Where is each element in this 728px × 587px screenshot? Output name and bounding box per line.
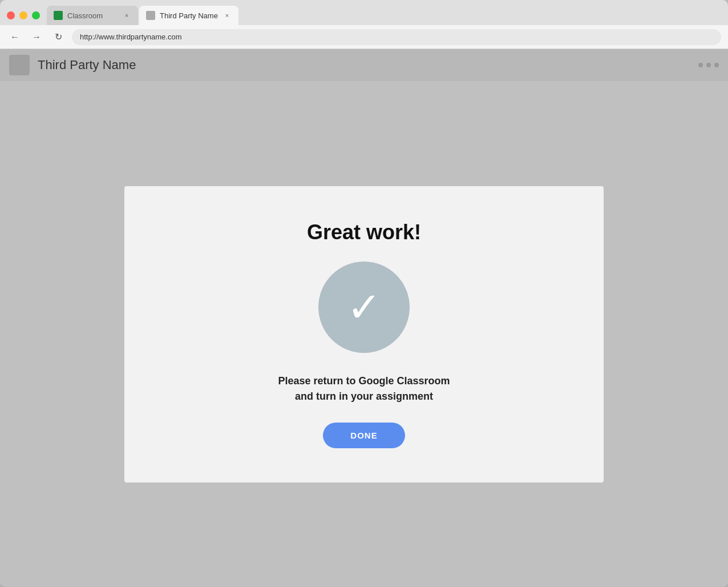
close-button[interactable] xyxy=(7,11,15,19)
browser-window: Classroom × Third Party Name × ← → ↻ Thi… xyxy=(0,0,728,587)
back-button[interactable]: ← xyxy=(7,29,23,45)
card-message-line1: Please return to Google Classroom xyxy=(278,375,450,387)
check-circle: ✓ xyxy=(318,262,410,353)
site-logo xyxy=(9,55,30,75)
classroom-favicon-icon xyxy=(54,11,63,20)
third-party-favicon-icon xyxy=(146,11,155,20)
address-bar-row: ← → ↻ xyxy=(0,25,728,49)
menu-dot-1 xyxy=(698,63,703,67)
site-title: Third Party Name xyxy=(38,58,690,73)
tab-third-party[interactable]: Third Party Name × xyxy=(139,6,238,25)
tab-classroom-close[interactable]: × xyxy=(122,11,131,20)
tab-classroom-label: Classroom xyxy=(67,11,118,20)
tab-third-party-close[interactable]: × xyxy=(223,11,232,20)
tab-classroom[interactable]: Classroom × xyxy=(47,6,138,25)
tabs-container: Classroom × Third Party Name × xyxy=(47,6,728,25)
menu-dot-2 xyxy=(706,63,711,67)
reload-button[interactable]: ↻ xyxy=(50,29,66,45)
page-content: Great work! ✓ Please return to Google Cl… xyxy=(0,81,728,587)
minimize-button[interactable] xyxy=(19,11,27,19)
checkmark-icon: ✓ xyxy=(347,287,381,328)
address-input[interactable] xyxy=(72,29,721,45)
card-message: Please return to Google Classroom and tu… xyxy=(278,373,450,404)
done-button[interactable]: DONE xyxy=(323,423,405,448)
forward-button[interactable]: → xyxy=(29,29,45,45)
completion-card: Great work! ✓ Please return to Google Cl… xyxy=(124,186,604,483)
tab-third-party-label: Third Party Name xyxy=(160,11,218,20)
site-menu-dots[interactable] xyxy=(698,63,719,67)
site-header: Third Party Name xyxy=(0,49,728,81)
window-controls xyxy=(7,11,47,25)
title-bar: Classroom × Third Party Name × xyxy=(0,0,728,25)
menu-dot-3 xyxy=(714,63,719,67)
card-message-line2: and turn in your assignment xyxy=(295,391,433,402)
maximize-button[interactable] xyxy=(32,11,40,19)
card-title: Great work! xyxy=(307,220,421,244)
